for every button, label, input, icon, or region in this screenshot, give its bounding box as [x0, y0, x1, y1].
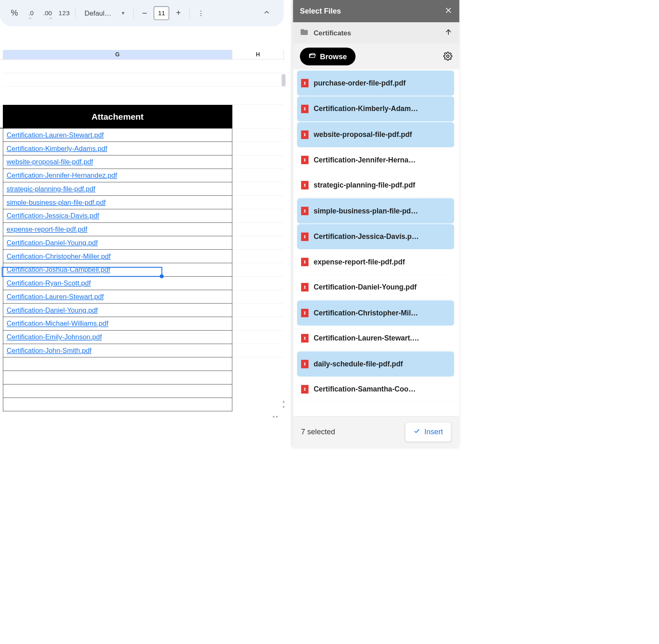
attachment-link[interactable]: Certification-Emily-Johnson.pdf [7, 333, 102, 341]
attachment-cell[interactable]: Certification-Michael-Williams.pdf [3, 317, 232, 331]
increase-decimal-button[interactable]: .00 → [41, 6, 54, 20]
percent-format-button[interactable]: % [7, 6, 21, 20]
cell[interactable] [232, 60, 284, 73]
attachment-cell[interactable]: simple-business-plan-file-pdf.pdf [3, 196, 232, 209]
cell[interactable] [232, 290, 284, 303]
decrease-decimal-button[interactable]: .0 ← [24, 6, 38, 20]
close-button[interactable] [444, 6, 452, 16]
file-item[interactable]: Certification-Jennifer-Herna… [297, 147, 454, 172]
column-header-h[interactable]: H [232, 50, 284, 59]
attachment-link[interactable]: expense-report-file-pdf.pdf [7, 225, 87, 234]
file-item[interactable]: Certification-Christopher-Mil… [297, 300, 454, 325]
attachment-link[interactable]: Certification-Jessica-Davis.pdf [7, 212, 99, 220]
cell[interactable] [232, 169, 284, 183]
file-item[interactable]: expense-report-file-pdf.pdf [297, 249, 454, 274]
cell[interactable] [232, 398, 284, 411]
folder-name[interactable]: Certificates [314, 29, 351, 37]
attachment-cell[interactable]: Certification-Lauren-Stewart.pdf [3, 290, 232, 303]
cell[interactable] [232, 105, 284, 128]
attachment-link[interactable]: Certification-Daniel-Young.pdf [7, 306, 98, 314]
table-header-attachment[interactable]: Attachement [3, 105, 232, 128]
attachment-link[interactable]: website-proposal-file-pdf.pdf [7, 158, 93, 166]
insert-button[interactable]: Insert [405, 422, 451, 441]
file-item[interactable]: Certification-Samantha-Coo… [297, 377, 454, 402]
cell[interactable] [232, 385, 284, 398]
cell[interactable] [3, 398, 232, 411]
cell[interactable] [232, 250, 284, 263]
cell[interactable] [232, 196, 284, 209]
cell[interactable] [3, 73, 232, 87]
attachment-link[interactable]: Certification-John-Smith.pdf [7, 347, 91, 355]
attachment-link[interactable]: Certification-Ryan-Scott.pdf [7, 279, 91, 287]
file-item[interactable]: strategic-planning-file-pdf.pdf [297, 173, 454, 198]
attachment-cell[interactable]: Certification-Lauren-Stewart.pdf [3, 128, 232, 142]
cell[interactable] [232, 331, 284, 344]
go-up-button[interactable] [444, 28, 452, 38]
cell[interactable] [232, 303, 284, 317]
attachment-cell[interactable]: Certification-Jennifer-Hernandez.pdf [3, 169, 232, 183]
file-item[interactable]: Certification-Kimberly-Adam… [297, 96, 454, 121]
decrease-font-button[interactable]: − [138, 6, 151, 20]
attachment-link[interactable]: Certification-Jennifer-Hernandez.pdf [7, 171, 117, 180]
cell[interactable] [232, 223, 284, 236]
attachment-link[interactable]: Certification-Michael-Williams.pdf [7, 320, 108, 328]
attachment-link[interactable]: Certification-Christopher-Miller.pdf [7, 252, 111, 260]
scroll-vertical-arrows[interactable]: ▴▾ [281, 399, 285, 409]
attachment-cell[interactable]: Certification-Daniel-Young.pdf [3, 303, 232, 317]
column-header-g[interactable]: G [3, 50, 232, 59]
column-header-gutter[interactable] [0, 50, 3, 59]
attachment-link[interactable]: Certification-Daniel-Young.pdf [7, 239, 98, 247]
cell[interactable] [3, 86, 232, 105]
font-size-input[interactable] [154, 6, 169, 20]
attachment-cell[interactable]: expense-report-file-pdf.pdf [3, 223, 232, 236]
scroll-horizontal-arrows[interactable]: ◂▸ [272, 414, 278, 419]
attachment-link[interactable]: Certification-Kimberly-Adams.pdf [7, 144, 107, 153]
attachment-cell[interactable]: Certification-John-Smith.pdf [3, 344, 232, 357]
file-item[interactable]: Certification-Daniel-Young.pdf [297, 275, 454, 300]
cell[interactable] [232, 317, 284, 331]
cell[interactable] [232, 155, 284, 169]
cell[interactable] [232, 263, 284, 277]
cell[interactable] [232, 86, 284, 105]
file-item[interactable]: simple-business-plan-file-pd… [297, 198, 454, 223]
cell-active[interactable] [3, 357, 232, 371]
cell[interactable] [232, 371, 284, 385]
attachment-cell[interactable]: Certification-Emily-Johnson.pdf [3, 331, 232, 344]
attachment-link[interactable]: Certification-Joshua-Campbell.pdf [7, 266, 110, 274]
file-list[interactable]: purchase-order-file-pdf.pdfCertification… [293, 69, 459, 416]
cell[interactable] [3, 371, 232, 385]
file-item[interactable]: purchase-order-file-pdf.pdf [297, 70, 454, 95]
cell[interactable] [232, 73, 284, 87]
file-item[interactable]: Certification-Lauren-Stewart.… [297, 326, 454, 351]
attachment-cell[interactable]: Certification-Jessica-Davis.pdf [3, 209, 232, 223]
attachment-cell[interactable]: website-proposal-file-pdf.pdf [3, 155, 232, 169]
cell[interactable] [232, 236, 284, 250]
attachment-cell[interactable]: Certification-Joshua-Campbell.pdf [3, 263, 232, 277]
more-toolbar-button[interactable]: ⋮ [194, 6, 207, 20]
attachment-cell[interactable]: Certification-Ryan-Scott.pdf [3, 277, 232, 290]
more-formats-button[interactable]: 123 [57, 6, 71, 20]
settings-button[interactable] [443, 51, 452, 61]
increase-font-button[interactable]: + [172, 6, 185, 20]
cell[interactable] [232, 357, 284, 371]
cell[interactable] [232, 209, 284, 223]
cell[interactable] [3, 385, 232, 398]
scrollbar-thumb[interactable] [281, 74, 285, 87]
file-item[interactable]: website-proposal-file-pdf.pdf [297, 122, 454, 147]
browse-button[interactable]: Browse [300, 48, 355, 65]
cell[interactable] [232, 182, 284, 196]
grid[interactable]: Attachement Certification-Lauren-Stewart… [0, 60, 284, 411]
attachment-cell[interactable]: Certification-Daniel-Young.pdf [3, 236, 232, 250]
attachment-link[interactable]: Certification-Lauren-Stewart.pdf [7, 131, 104, 139]
attachment-link[interactable]: simple-business-plan-file-pdf.pdf [7, 198, 106, 206]
attachment-link[interactable]: strategic-planning-file-pdf.pdf [7, 185, 95, 193]
attachment-link[interactable]: Certification-Lauren-Stewart.pdf [7, 293, 104, 301]
attachment-cell[interactable]: Certification-Kimberly-Adams.pdf [3, 142, 232, 155]
file-item[interactable]: Certification-Jessica-Davis.p… [297, 224, 454, 249]
cell[interactable] [232, 142, 284, 155]
cell[interactable] [3, 60, 232, 73]
font-family-select[interactable]: Defaul… ▾ [79, 6, 130, 21]
attachment-cell[interactable]: Certification-Christopher-Miller.pdf [3, 250, 232, 263]
cell[interactable] [232, 128, 284, 142]
collapse-toolbar-button[interactable] [260, 6, 273, 20]
